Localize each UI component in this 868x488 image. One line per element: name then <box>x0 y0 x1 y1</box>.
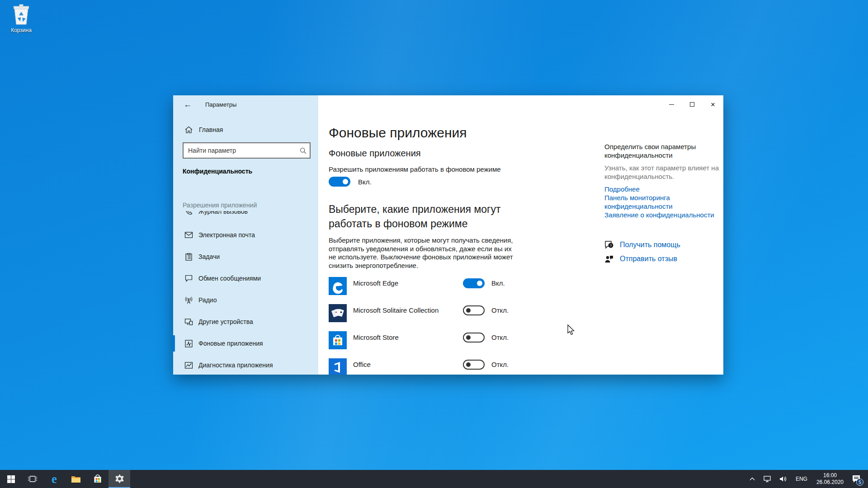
sidebar-item-messaging[interactable]: Обмен сообщениями <box>173 269 318 287</box>
aside-subtext: Узнать, как этот параметр влияет на конф… <box>604 164 720 181</box>
radio-antenna-icon <box>184 296 193 304</box>
sidebar-category-title: Конфиденциальность <box>183 168 252 175</box>
link-learn-more[interactable]: Подробнее <box>604 185 720 193</box>
maximize-icon <box>690 102 694 107</box>
sidebar-group-label: Разрешения приложений <box>183 202 257 209</box>
store-taskbar-button[interactable] <box>87 470 108 488</box>
app-row-microsoft-edge: Microsoft Edge Вкл. <box>329 277 555 295</box>
show-hidden-icons-button[interactable] <box>746 470 758 488</box>
edge-taskbar-button[interactable]: e <box>43 470 65 488</box>
close-button[interactable]: ✕ <box>703 95 723 113</box>
master-toggle-state: Вкл. <box>358 178 372 186</box>
start-button[interactable] <box>0 470 22 488</box>
app-name: Microsoft Store <box>353 333 399 341</box>
privacy-aside: Определить свои параметры конфиденциальн… <box>604 142 720 219</box>
gear-icon <box>115 474 124 483</box>
app-row-office: Office Откл. <box>329 358 555 375</box>
taskbar: e <box>0 470 868 488</box>
sidebar-item-call-history-clipped[interactable]: Журнал вызовов <box>173 211 318 217</box>
back-button[interactable]: ← <box>178 95 198 113</box>
notification-center-button[interactable]: 5 <box>849 470 865 488</box>
edge-icon: e <box>52 472 57 486</box>
devices-icon <box>184 319 193 325</box>
app-toggle-state: Откл. <box>491 333 509 341</box>
network-icon <box>763 476 771 482</box>
app-list: Microsoft Edge Вкл. Microsoft Solitaire … <box>329 277 555 375</box>
home-icon <box>184 126 193 133</box>
minimize-button[interactable] <box>661 95 682 113</box>
clock[interactable]: 16:00 26.06.2020 <box>813 470 847 488</box>
send-feedback-link[interactable]: Отправить отзыв <box>620 254 677 263</box>
titlebar[interactable]: ← Параметры ✕ <box>173 95 723 113</box>
maximize-button[interactable] <box>682 95 703 113</box>
app-toggle-state: Откл. <box>491 306 509 314</box>
search-icon[interactable] <box>296 147 310 154</box>
task-view-icon <box>28 475 37 483</box>
get-help-icon: ? <box>604 241 613 249</box>
mouse-cursor <box>567 324 576 336</box>
sidebar-item-radio[interactable]: Радио <box>173 291 318 309</box>
app-name: Microsoft Edge <box>353 279 398 287</box>
task-view-button[interactable] <box>22 470 43 488</box>
toggle-knob <box>477 281 482 286</box>
sidebar-item-label: Электронная почта <box>198 231 255 239</box>
file-explorer-taskbar-button[interactable] <box>65 470 87 488</box>
settings-taskbar-button[interactable] <box>108 470 130 488</box>
toggle-knob <box>466 335 471 340</box>
sidebar-item-label: Другие устройства <box>198 318 253 325</box>
recycle-bin-desktop-icon[interactable]: Корзина <box>4 4 39 33</box>
sidebar-nav-list: Электронная почта Задачи Обмен сообщения… <box>173 226 318 375</box>
send-feedback-icon <box>604 255 613 263</box>
settings-window: ← Параметры ✕ Главная Конфиденциальность… <box>173 95 723 375</box>
settings-search-box[interactable] <box>183 142 311 159</box>
settings-sidebar: Главная Конфиденциальность Разрешения пр… <box>173 113 318 375</box>
notification-badge: 5 <box>856 479 863 486</box>
windows-logo-icon <box>7 475 15 483</box>
clock-date: 26.06.2020 <box>816 479 844 486</box>
choose-apps-description: Выберите приложения, которые могут получ… <box>329 236 521 270</box>
search-input[interactable] <box>184 147 296 154</box>
sidebar-item-label: Фоновые приложения <box>198 340 263 347</box>
link-privacy-statement[interactable]: Заявление о конфиденциальности <box>604 211 720 219</box>
app-row-solitaire: Microsoft Solitaire Collection Откл. <box>329 304 555 322</box>
link-privacy-dashboard[interactable]: Панель мониторинга конфиденциальности <box>604 193 720 211</box>
minimize-icon <box>669 104 674 105</box>
office-toggle[interactable] <box>463 360 485 370</box>
solitaire-app-icon <box>329 304 347 322</box>
store-toggle[interactable] <box>463 333 485 343</box>
sidebar-item-app-diagnostics[interactable]: Диагностика приложения <box>173 356 318 374</box>
speaker-icon <box>779 476 787 482</box>
sidebar-item-other-devices[interactable]: Другие устройства <box>173 313 318 331</box>
master-background-apps-toggle[interactable] <box>329 177 350 187</box>
office-app-icon <box>329 358 347 375</box>
sidebar-item-background-apps[interactable]: Фоновые приложения <box>173 334 318 352</box>
get-help-link[interactable]: Получить помощь <box>620 240 680 249</box>
app-name: Office <box>353 361 371 368</box>
sidebar-home-label: Главная <box>199 126 223 133</box>
sidebar-item-home[interactable]: Главная <box>184 122 223 138</box>
toggle-knob <box>466 308 471 313</box>
mail-icon <box>184 232 193 238</box>
messaging-icon <box>184 275 193 282</box>
microsoft-store-app-icon <box>329 331 347 349</box>
help-block: ? Получить помощь Отправить отзыв <box>604 240 680 268</box>
app-diagnostics-icon <box>184 362 193 369</box>
edge-toggle[interactable] <box>463 278 485 288</box>
store-icon <box>93 474 102 483</box>
clock-time: 16:00 <box>816 472 844 479</box>
recycle-bin-icon <box>11 4 32 26</box>
language-indicator[interactable]: ENG <box>792 470 811 488</box>
app-toggle-state: Откл. <box>491 361 509 368</box>
chevron-up-icon <box>750 477 755 481</box>
section-heading: Фоновые приложения <box>329 148 421 159</box>
window-title: Параметры <box>205 101 236 108</box>
solitaire-toggle[interactable] <box>463 305 485 315</box>
volume-tray-button[interactable] <box>776 470 790 488</box>
sidebar-item-tasks[interactable]: Задачи <box>173 248 318 266</box>
sidebar-item-label: Радио <box>198 296 217 304</box>
background-apps-icon <box>184 340 193 347</box>
sidebar-item-email[interactable]: Электронная почта <box>173 226 318 244</box>
network-tray-button[interactable] <box>760 470 774 488</box>
settings-content: Фоновые приложения Фоновые приложения Ра… <box>318 113 723 375</box>
app-toggle-state: Вкл. <box>491 279 505 287</box>
